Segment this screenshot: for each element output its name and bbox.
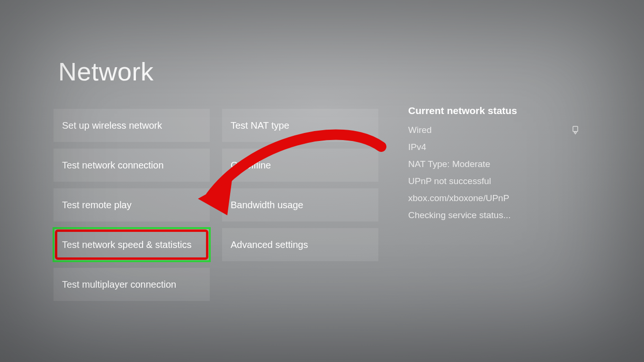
status-connection-label: Wired (408, 125, 432, 135)
ethernet-icon (572, 126, 579, 134)
options-column-left: Set up wireless network Test network con… (54, 109, 210, 301)
tile-bandwidth-usage[interactable]: Bandwidth usage (222, 188, 378, 221)
page-title: Network (58, 57, 154, 86)
tile-go-offline[interactable]: Go offline (222, 149, 378, 182)
tile-label: Test network connection (62, 160, 164, 171)
status-ip-version: IPv4 (408, 142, 579, 152)
tile-label: Advanced settings (231, 239, 308, 250)
tile-label: Bandwidth usage (231, 200, 303, 211)
svg-rect-0 (573, 126, 578, 132)
status-help-url: xbox.com/xboxone/UPnP (408, 193, 579, 203)
tile-advanced-settings[interactable]: Advanced settings (222, 228, 378, 261)
tile-test-nat[interactable]: Test NAT type (222, 109, 378, 142)
options-grid: Set up wireless network Test network con… (54, 109, 378, 301)
tile-test-connection[interactable]: Test network connection (54, 149, 210, 182)
tile-test-multiplayer[interactable]: Test multiplayer connection (54, 268, 210, 301)
svg-rect-1 (574, 132, 576, 133)
tile-label: Set up wireless network (62, 120, 162, 131)
options-column-right: Test NAT type Go offline Bandwidth usage… (222, 109, 378, 301)
tile-label: Test multiplayer connection (62, 279, 176, 290)
tile-label: Test remote play (62, 200, 132, 211)
tile-test-remote-play[interactable]: Test remote play (54, 188, 210, 221)
tile-label: Go offline (231, 160, 271, 171)
status-nat-type: NAT Type: Moderate (408, 159, 579, 169)
tile-test-speed-stats[interactable]: Test network speed & statistics (54, 228, 210, 261)
status-connection-type: Wired (408, 125, 579, 135)
status-service: Checking service status... (408, 210, 579, 221)
network-status-panel: Current network status Wired IPv4 NAT Ty… (408, 105, 579, 227)
status-heading: Current network status (408, 105, 579, 116)
tile-label: Test network speed & statistics (62, 239, 191, 250)
tile-label: Test NAT type (231, 120, 289, 131)
status-upnp: UPnP not successful (408, 176, 579, 186)
tile-setup-wireless[interactable]: Set up wireless network (54, 109, 210, 142)
network-settings-screen: Network Set up wireless network Test net… (0, 0, 644, 362)
